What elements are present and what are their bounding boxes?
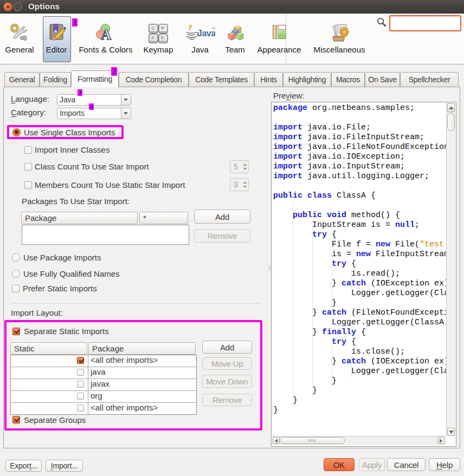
- svg-text:™: ™: [212, 27, 215, 31]
- svg-text:S: S: [161, 36, 164, 40]
- svg-text:A: A: [152, 36, 154, 40]
- svg-text:Q: Q: [152, 26, 154, 30]
- svg-text:A: A: [101, 27, 112, 43]
- svg-text:W: W: [161, 26, 165, 30]
